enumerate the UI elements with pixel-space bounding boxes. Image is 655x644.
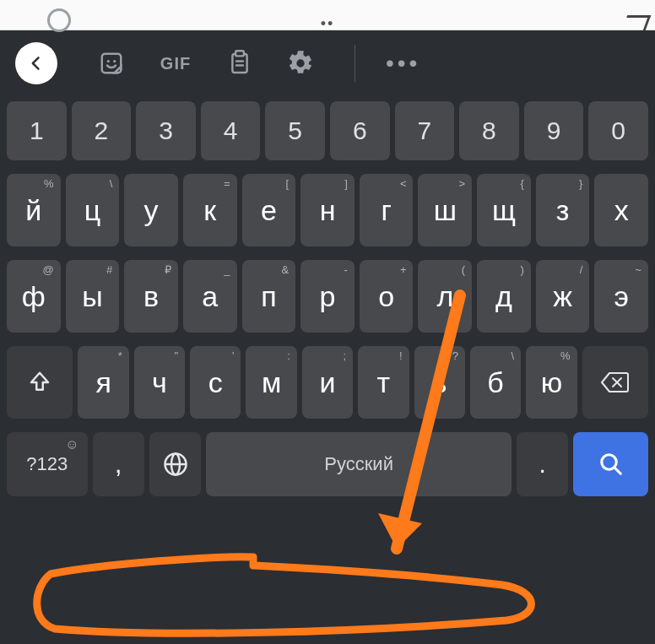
key-и[interactable]: и; xyxy=(302,346,353,419)
key-hint: : xyxy=(287,349,290,362)
key-hint: < xyxy=(400,177,407,190)
key-ф[interactable]: ф@ xyxy=(7,260,61,333)
svg-rect-4 xyxy=(235,51,244,56)
search-key[interactable] xyxy=(573,432,648,496)
language-key[interactable] xyxy=(149,432,201,496)
key-hint: ! xyxy=(399,349,403,362)
gear-icon[interactable] xyxy=(285,50,316,77)
keyboard: 1234567890 й%ц\ук=е[н]г<ш>щ{з}х ф@ы#в₽а_… xyxy=(0,96,655,496)
key-г[interactable]: г< xyxy=(360,174,414,246)
key-ш[interactable]: ш> xyxy=(418,174,472,246)
key-1[interactable]: 1 xyxy=(7,101,67,160)
key-hint: _ xyxy=(224,263,230,276)
comma-label: , xyxy=(115,450,122,479)
key-hint: / xyxy=(580,263,583,276)
key-е[interactable]: е[ xyxy=(242,174,296,246)
period-key[interactable]: . xyxy=(517,432,568,496)
statusbar-corner-icon xyxy=(622,15,652,30)
key-hint: [ xyxy=(286,177,290,190)
shift-key[interactable] xyxy=(7,346,73,419)
key-hint: \ xyxy=(512,349,515,362)
key-hint: ₽ xyxy=(165,263,171,276)
key-6[interactable]: 6 xyxy=(330,101,390,160)
key-х[interactable]: х xyxy=(594,174,648,246)
key-9[interactable]: 9 xyxy=(524,101,584,160)
key-с[interactable]: с' xyxy=(190,346,241,419)
more-icon[interactable]: ••• xyxy=(386,50,420,77)
key-я[interactable]: я* xyxy=(78,346,128,419)
key-р[interactable]: р- xyxy=(300,260,355,333)
key-л[interactable]: л( xyxy=(418,260,472,333)
backspace-key[interactable] xyxy=(582,346,648,419)
key-з[interactable]: з} xyxy=(536,174,590,246)
search-icon xyxy=(598,452,624,477)
key-п[interactable]: п& xyxy=(242,260,296,333)
key-э[interactable]: э~ xyxy=(594,260,648,333)
key-0[interactable]: 0 xyxy=(588,101,648,160)
key-м[interactable]: м: xyxy=(246,346,296,419)
key-8[interactable]: 8 xyxy=(459,101,519,160)
spacebar[interactable]: Русский xyxy=(206,432,512,496)
key-hint: ? xyxy=(452,349,458,362)
toolbar-separator xyxy=(355,45,355,82)
key-5[interactable]: 5 xyxy=(265,101,325,160)
key-hint: ( xyxy=(462,263,465,276)
sticker-icon[interactable] xyxy=(96,51,127,76)
key-2[interactable]: 2 xyxy=(72,101,132,160)
key-н[interactable]: н] xyxy=(300,174,355,246)
key-ю[interactable]: ю% xyxy=(526,346,577,419)
number-row: 1234567890 xyxy=(3,101,652,160)
chevron-left-icon xyxy=(28,55,45,72)
key-4[interactable]: 4 xyxy=(201,101,261,160)
key-hint: { xyxy=(520,177,523,190)
key-hint: = xyxy=(224,177,230,190)
key-hint: & xyxy=(282,263,290,276)
key-у[interactable]: у xyxy=(124,174,178,246)
key-в[interactable]: в₽ xyxy=(124,260,178,333)
key-hint: % xyxy=(560,349,571,362)
key-й[interactable]: й% xyxy=(7,174,61,246)
comma-key[interactable]: , xyxy=(93,432,144,496)
svg-point-2 xyxy=(113,60,116,62)
key-ч[interactable]: ч" xyxy=(134,346,185,419)
svg-point-1 xyxy=(107,60,110,62)
key-hint: # xyxy=(106,263,112,276)
key-д[interactable]: д) xyxy=(477,260,531,333)
key-б[interactable]: б\ xyxy=(470,346,521,419)
key-ы[interactable]: ы# xyxy=(66,260,120,333)
key-щ[interactable]: щ{ xyxy=(477,174,531,246)
statusbar-fragment: •• xyxy=(0,0,655,30)
key-hint: > xyxy=(459,177,466,190)
key-к[interactable]: к= xyxy=(183,174,237,246)
key-hint: ~ xyxy=(635,263,641,276)
key-а[interactable]: а_ xyxy=(183,260,237,333)
letter-row-3: я*ч"с'м:и;т!ь?б\ю% xyxy=(3,346,652,419)
key-hint: \ xyxy=(110,177,113,190)
letter-row-2: ф@ы#в₽а_п&р-о+л(д)ж/э~ xyxy=(3,260,652,333)
symbols-label: ?123 xyxy=(26,453,68,475)
statusbar-dots: •• xyxy=(321,15,335,33)
key-hint: @ xyxy=(42,263,53,276)
shift-icon xyxy=(27,370,52,395)
keyboard-toolbar: GIF ••• xyxy=(0,30,655,96)
key-hint: ) xyxy=(520,263,523,276)
clipboard-icon[interactable] xyxy=(225,50,255,77)
key-ь[interactable]: ь? xyxy=(414,346,465,419)
period-label: . xyxy=(539,450,545,479)
key-о[interactable]: о+ xyxy=(360,260,414,333)
emoji-hint-icon: ☺ xyxy=(65,437,78,452)
bottom-row: ☺ ?123 , Русский . xyxy=(3,432,652,496)
back-button[interactable] xyxy=(15,42,57,84)
key-hint: ' xyxy=(232,349,234,362)
gif-button[interactable]: GIF xyxy=(157,54,194,73)
key-hint: ; xyxy=(344,349,347,362)
key-3[interactable]: 3 xyxy=(136,101,196,160)
key-7[interactable]: 7 xyxy=(395,101,455,160)
symbols-key[interactable]: ☺ ?123 xyxy=(7,432,88,496)
key-ц[interactable]: ц\ xyxy=(66,174,120,246)
key-ж[interactable]: ж/ xyxy=(536,260,590,333)
spacebar-label: Русский xyxy=(324,453,393,475)
key-hint: + xyxy=(400,263,407,276)
key-т[interactable]: т! xyxy=(358,346,409,419)
key-hint: ] xyxy=(344,177,348,190)
